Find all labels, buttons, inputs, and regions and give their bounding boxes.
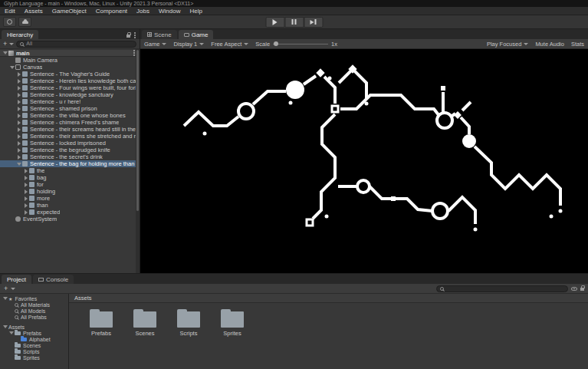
hierarchy-item-sentence-shamed-prison[interactable]: Sentence - shamed prison	[0, 105, 140, 112]
scale-slider[interactable]: Scale 1x	[255, 41, 337, 48]
tab-project[interactable]: Project	[2, 275, 31, 284]
menu-window[interactable]: Window	[154, 8, 185, 15]
expander-icon[interactable]	[18, 127, 21, 132]
project-tree-item-scenes[interactable]: Scenes	[0, 342, 68, 348]
hierarchy-item-sentence-the-begrudged-knife[interactable]: Sentence - the begrudged knife	[0, 147, 140, 153]
hierarchy-item-sentence-locked-imprisoned[interactable]: Sentence - locked imprisoned	[0, 140, 140, 147]
lock-icon[interactable]	[126, 35, 130, 38]
project-search-input[interactable]	[446, 286, 564, 292]
play-button[interactable]	[265, 17, 284, 28]
project-search-field[interactable]	[436, 285, 568, 292]
visibility-icon[interactable]	[571, 287, 577, 291]
hierarchy-item-bag[interactable]: bag	[0, 174, 140, 181]
display-dropdown[interactable]: Display 1	[173, 41, 204, 48]
project-tree-item-scripts[interactable]: Scripts	[0, 348, 68, 354]
expander-icon[interactable]	[18, 141, 21, 146]
project-tree-item-prefabs[interactable]: Prefabs	[0, 330, 68, 336]
folder-item-scenes[interactable]: Scenes	[128, 308, 162, 337]
expander-icon[interactable]	[25, 196, 28, 201]
hierarchy-item-than[interactable]: than	[0, 202, 140, 209]
hierarchy-item-main[interactable]: main	[0, 50, 140, 57]
hierarchy-item-holding[interactable]: holding	[0, 188, 140, 195]
menu-component[interactable]: Component	[91, 8, 132, 15]
scale-slider-thumb[interactable]	[274, 41, 278, 46]
expander-icon[interactable]	[3, 297, 8, 300]
hierarchy-item-more[interactable]: more	[0, 195, 140, 202]
project-tree-item-favorites[interactable]: Favorites	[0, 295, 68, 301]
expander-icon[interactable]	[18, 120, 21, 125]
mute-audio-toggle[interactable]: Mute Audio	[535, 41, 564, 48]
hierarchy-item-sentence-u-r-here[interactable]: Sentence - u r here!	[0, 98, 140, 105]
pause-button[interactable]	[284, 17, 304, 28]
hierarchy-item-sentence-knowledge-sanctuary[interactable]: Sentence - knowledge sanctuary	[0, 91, 140, 98]
expander-icon[interactable]	[18, 72, 21, 77]
hierarchy-item-main-camera[interactable]: Main Camera	[0, 57, 140, 64]
aspect-ratio-dropdown[interactable]: Free Aspect	[211, 41, 248, 48]
tab-hierarchy[interactable]: Hierarchy	[2, 30, 38, 39]
folder-item-scripts[interactable]: Scripts	[172, 308, 205, 337]
hierarchy-item-sentence-the-vagher-s-guide[interactable]: Sentence - The Vagher's Guide	[0, 71, 140, 77]
expander-icon[interactable]	[18, 79, 21, 84]
expander-icon[interactable]	[18, 148, 21, 153]
expander-icon[interactable]	[18, 93, 21, 97]
expander-icon[interactable]	[25, 203, 28, 208]
hierarchy-item-eventsystem[interactable]: EventSystem	[0, 216, 140, 222]
step-button[interactable]	[304, 17, 323, 28]
hierarchy-item-sentence-chimera-freed-s-shame[interactable]: Sentence - chimera Freed's shame	[0, 119, 140, 126]
hierarchy-item-canvas[interactable]: Canvas	[0, 64, 140, 71]
menu-edit[interactable]: Edit	[0, 8, 20, 15]
expander-icon[interactable]	[25, 169, 28, 173]
expander-icon[interactable]	[10, 66, 15, 69]
hierarchy-item-sentence-the-bag-for-holding-more-than-e[interactable]: Sentence - the bag for holding more than…	[0, 160, 140, 167]
game-mode-dropdown[interactable]: Game	[144, 41, 166, 48]
version-control-button[interactable]	[3, 17, 16, 27]
expander-icon[interactable]	[25, 176, 28, 180]
expander-icon[interactable]	[18, 114, 21, 118]
expander-icon[interactable]	[18, 155, 21, 160]
menu-jobs[interactable]: Jobs	[132, 8, 154, 15]
create-object-button[interactable]: +	[3, 41, 7, 48]
project-tree-item-sprites[interactable]: Sprites	[0, 354, 68, 361]
project-tree-item-alphabet[interactable]: Alphabet	[0, 336, 68, 342]
expander-icon[interactable]	[18, 86, 21, 91]
hierarchy-scrollbar[interactable]	[136, 49, 140, 273]
project-tree-item-all-materials[interactable]: All Materials	[0, 301, 68, 308]
lock-icon[interactable]	[580, 288, 584, 291]
hierarchy-item-sentence-the-villa-one-whose-bones[interactable]: Sentence - the villa one whose bones	[0, 112, 140, 119]
hierarchy-item-sentence-herein-lies-knowledge-both-carr[interactable]: Sentence - Herein lies knowledge both ca…	[0, 77, 140, 84]
play-focused-dropdown[interactable]: Play Focused	[487, 41, 528, 48]
expander-icon[interactable]	[3, 325, 8, 328]
menu-gameobject[interactable]: GameObject	[48, 8, 91, 15]
expander-icon[interactable]	[25, 189, 28, 194]
panel-menu-icon[interactable]	[134, 35, 136, 36]
project-tree-item-assets[interactable]: Assets	[0, 324, 68, 330]
hierarchy-item-sentence-the-secret-s-drink[interactable]: Sentence - the secret's drink	[0, 153, 140, 160]
hierarchy-item-for[interactable]: for	[0, 181, 140, 188]
tab-scene[interactable]: Scene	[142, 30, 177, 39]
game-canvas[interactable]	[140, 49, 588, 273]
scene-options-icon[interactable]	[133, 52, 135, 54]
expander-icon[interactable]	[25, 183, 28, 187]
tab-console[interactable]: Console	[33, 275, 74, 284]
menu-help[interactable]: Help	[185, 8, 206, 15]
stats-toggle[interactable]: Stats	[571, 41, 584, 48]
expander-icon[interactable]	[18, 107, 21, 111]
hierarchy-item-sentence-four-wings-were-built-four-forb[interactable]: Sentence - Four wings were built, four f…	[0, 84, 140, 91]
chevron-down-icon[interactable]	[11, 288, 15, 290]
hierarchy-item-expected[interactable]: expected	[0, 209, 140, 216]
project-tree-item-all-prefabs[interactable]: All Prefabs	[0, 314, 68, 320]
project-tree-item-all-models[interactable]: All Models	[0, 308, 68, 314]
expander-icon[interactable]	[3, 51, 8, 54]
hierarchy-item-sentence-their-arms-she-stretched-and-me[interactable]: Sentence - their arms she stretched and …	[0, 133, 140, 140]
tab-game[interactable]: Game	[179, 30, 214, 39]
folder-item-prefabs[interactable]: Prefabs	[84, 308, 118, 337]
menu-assets[interactable]: Assets	[20, 8, 48, 15]
hierarchy-item-sentence-their-screams-heard-still-in-th[interactable]: Sentence - their screams heard still in …	[0, 126, 140, 133]
hierarchy-search-input[interactable]: All	[16, 41, 136, 48]
expander-icon[interactable]	[18, 134, 21, 139]
folder-item-sprites[interactable]: Sprites	[215, 308, 249, 337]
expander-icon[interactable]	[17, 163, 21, 166]
expander-icon[interactable]	[9, 331, 14, 334]
hierarchy-item-the[interactable]: the	[0, 167, 140, 174]
scale-slider-track[interactable]	[273, 44, 328, 44]
